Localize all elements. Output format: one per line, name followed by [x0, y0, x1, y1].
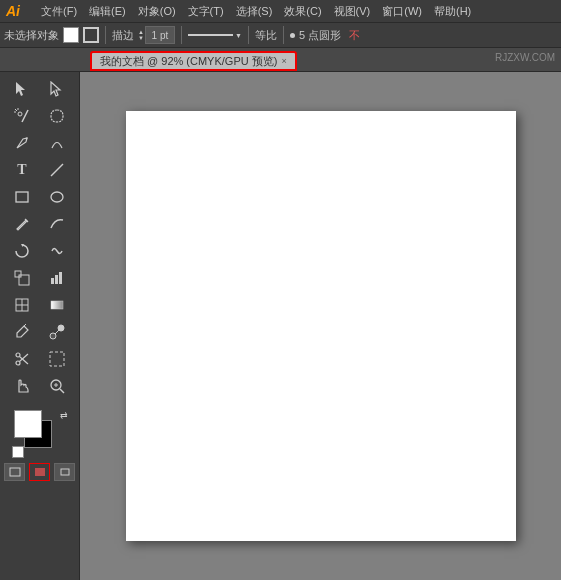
main-area: T — [0, 72, 561, 580]
svg-point-3 — [18, 112, 22, 116]
ai-logo: Ai — [6, 3, 28, 19]
svg-rect-21 — [51, 301, 63, 309]
document-tab[interactable]: 我的文档 @ 92% (CMYK/GPU 预览) × — [90, 51, 297, 71]
graph-tool-button[interactable] — [40, 265, 74, 291]
screen-mode-button[interactable] — [54, 463, 75, 481]
pencil-tool-button[interactable] — [5, 211, 39, 237]
toolbar-divider-1 — [105, 26, 106, 44]
dots-label: 5 点圆形 — [299, 28, 341, 43]
svg-rect-30 — [50, 352, 64, 366]
selection-tool-button[interactable] — [5, 76, 39, 102]
toolbox: T — [0, 72, 80, 580]
ratio-label: 等比 — [255, 28, 277, 43]
svg-rect-15 — [51, 278, 54, 284]
color-swatch-area: ⇄ — [10, 408, 70, 460]
svg-point-10 — [51, 192, 63, 202]
svg-line-25 — [55, 330, 59, 334]
eyedropper-tool-button[interactable] — [5, 319, 39, 345]
toolbar-divider-3 — [248, 26, 249, 44]
ellipse-tool-button[interactable] — [40, 184, 74, 210]
menu-help[interactable]: 帮助(H) — [429, 2, 476, 21]
swap-colors-icon[interactable]: ⇄ — [60, 410, 68, 420]
tool-row-5 — [2, 184, 77, 210]
normal-mode-button[interactable] — [4, 463, 25, 481]
menu-file[interactable]: 文件(F) — [36, 2, 82, 21]
title-bar: Ai 文件(F) 编辑(E) 对象(O) 文字(T) 选择(S) 效果(C) 视… — [0, 0, 561, 22]
type-icon: T — [17, 162, 26, 178]
tab-bar: 我的文档 @ 92% (CMYK/GPU 预览) × RJZXW.COM — [0, 48, 561, 72]
canvas-area — [80, 72, 561, 580]
mask-mode-button[interactable] — [29, 463, 50, 481]
curvature-tool-button[interactable] — [40, 130, 74, 156]
line-segment-tool-button[interactable] — [40, 157, 74, 183]
reset-colors-icon[interactable] — [12, 446, 24, 458]
rotate-tool-button[interactable] — [5, 238, 39, 264]
tab-close-button[interactable]: × — [281, 56, 286, 66]
menu-select[interactable]: 选择(S) — [231, 2, 278, 21]
svg-rect-35 — [10, 468, 20, 476]
svg-marker-0 — [16, 82, 25, 96]
stroke-down-arrow[interactable]: ▼ — [138, 35, 144, 41]
toolbar-divider-2 — [181, 26, 182, 44]
stroke-value-input[interactable] — [145, 26, 175, 44]
stroke-color-box[interactable] — [83, 27, 99, 43]
tool-row-3 — [2, 130, 77, 156]
svg-line-8 — [51, 164, 63, 176]
svg-line-32 — [60, 389, 64, 393]
tool-row-12 — [2, 373, 77, 399]
svg-line-6 — [15, 109, 17, 111]
menu-type[interactable]: 文字(T) — [183, 2, 229, 21]
warp-tool-button[interactable] — [40, 238, 74, 264]
stroke-spin[interactable]: ▲ ▼ — [138, 29, 144, 41]
menu-edit[interactable]: 编辑(E) — [84, 2, 131, 21]
hand-tool-button[interactable] — [5, 373, 39, 399]
svg-line-2 — [22, 110, 28, 122]
watermark-text: RJZXW.COM — [495, 52, 555, 63]
zoom-tool-button[interactable] — [40, 373, 74, 399]
menu-window[interactable]: 窗口(W) — [377, 2, 427, 21]
svg-point-26 — [16, 361, 20, 365]
svg-rect-16 — [55, 275, 58, 284]
not-label: 不 — [349, 28, 360, 43]
tool-row-7 — [2, 238, 77, 264]
options-toolbar: 未选择对象 描边 ▲ ▼ ▼ 等比 5 点圆形 不 — [0, 22, 561, 48]
stroke-label: 描边 — [112, 28, 134, 43]
tab-title: 我的文档 @ 92% (CMYK/GPU 预览) — [100, 54, 277, 69]
menu-effect[interactable]: 效果(C) — [279, 2, 326, 21]
tool-row-4: T — [2, 157, 77, 183]
blend-tool-button[interactable] — [40, 319, 74, 345]
rectangle-tool-button[interactable] — [5, 184, 39, 210]
svg-rect-13 — [15, 271, 21, 277]
direct-selection-tool-button[interactable] — [40, 76, 74, 102]
selection-label: 未选择对象 — [4, 28, 59, 43]
mesh-tool-button[interactable] — [5, 292, 39, 318]
tool-row-10 — [2, 319, 77, 345]
scale-tool-button[interactable] — [5, 265, 39, 291]
fill-color-box[interactable] — [63, 27, 79, 43]
pen-tool-button[interactable] — [5, 130, 39, 156]
svg-rect-36 — [35, 468, 45, 476]
gradient-tool-button[interactable] — [40, 292, 74, 318]
smooth-tool-button[interactable] — [40, 211, 74, 237]
tool-row-1 — [2, 76, 77, 102]
menu-view[interactable]: 视图(V) — [329, 2, 376, 21]
menu-bar: 文件(F) 编辑(E) 对象(O) 文字(T) 选择(S) 效果(C) 视图(V… — [36, 2, 476, 21]
svg-point-7 — [26, 138, 28, 140]
magic-wand-tool-button[interactable] — [5, 103, 39, 129]
line-style-preview — [188, 34, 233, 36]
tool-row-11 — [2, 346, 77, 372]
line-style-arrow[interactable]: ▼ — [235, 32, 242, 39]
svg-marker-1 — [51, 82, 60, 96]
menu-object[interactable]: 对象(O) — [133, 2, 181, 21]
stroke-line-area: ▼ — [188, 32, 242, 39]
dot-indicator — [290, 33, 295, 38]
foreground-color-swatch[interactable] — [14, 410, 42, 438]
type-tool-button[interactable]: T — [5, 157, 39, 183]
scissors-tool-button[interactable] — [5, 346, 39, 372]
tool-row-9 — [2, 292, 77, 318]
bottom-icons-row — [2, 461, 77, 483]
artboard-tool-button[interactable] — [40, 346, 74, 372]
lasso-tool-button[interactable] — [40, 103, 74, 129]
tool-row-8 — [2, 265, 77, 291]
tool-row-6 — [2, 211, 77, 237]
